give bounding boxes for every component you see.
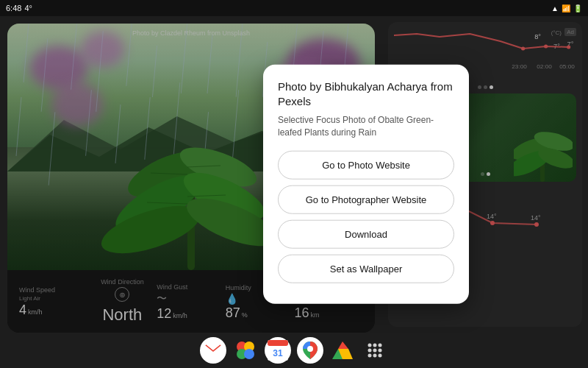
svg-point-52 (368, 349, 372, 353)
svg-point-54 (379, 349, 382, 353)
taskbar: 31 (0, 333, 588, 368)
svg-point-55 (368, 354, 372, 358)
svg-point-56 (373, 354, 377, 358)
svg-point-50 (373, 344, 377, 347)
svg-rect-42 (268, 340, 288, 346)
go-to-photographer-website-button[interactable]: Go to Photographer Website (278, 185, 454, 213)
svg-point-40 (244, 349, 254, 359)
svg-marker-48 (338, 342, 348, 349)
svg-point-44 (307, 346, 313, 352)
google-photos-icon[interactable] (232, 337, 259, 364)
modal-title: Photo by Bibhukalyan Acharya from Pexels (278, 79, 454, 108)
svg-text:31: 31 (273, 348, 283, 358)
signal-icon: 📶 (562, 4, 570, 13)
google-calendar-icon[interactable]: 31 (265, 337, 291, 364)
modal-description: Selective Focus Photo of Obalte Green-le… (278, 114, 454, 139)
set-as-wallpaper-button[interactable]: Set as Wallpaper (278, 254, 454, 283)
battery-icon: 🔋 (573, 4, 582, 13)
wifi-icon: ▲ (551, 4, 559, 13)
photo-modal: Photo by Bibhukalyan Acharya from Pexels… (263, 65, 469, 304)
go-to-photo-website-button[interactable]: Go to Photo Website (278, 150, 454, 179)
google-maps-icon[interactable] (297, 337, 323, 364)
svg-point-53 (373, 349, 377, 353)
status-temp: 4° (24, 4, 32, 13)
status-time: 6:48 (6, 4, 21, 13)
status-bar: 6:48 4° ▲ 📶 🔋 (0, 0, 588, 16)
svg-point-49 (368, 344, 372, 347)
svg-point-51 (379, 344, 382, 347)
google-drive-icon[interactable] (329, 337, 356, 364)
status-icons: ▲ 📶 🔋 (551, 4, 582, 13)
app-launcher-icon[interactable] (362, 337, 388, 364)
svg-point-57 (379, 354, 382, 358)
download-button[interactable]: Download (278, 219, 454, 248)
gmail-icon[interactable] (200, 337, 226, 364)
